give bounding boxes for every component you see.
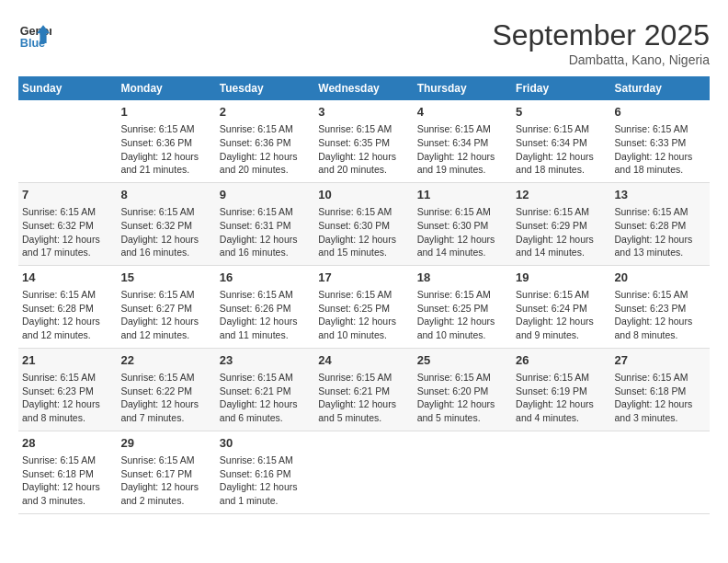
calendar-cell — [314, 431, 413, 513]
day-info: Sunrise: 6:15 AM Sunset: 6:34 PM Dayligh… — [417, 122, 508, 177]
day-number: 28 — [22, 435, 113, 452]
calendar-cell: 27Sunrise: 6:15 AM Sunset: 6:18 PM Dayli… — [611, 348, 710, 431]
calendar-cell: 7Sunrise: 6:15 AM Sunset: 6:32 PM Daylig… — [18, 182, 117, 265]
calendar-cell: 21Sunrise: 6:15 AM Sunset: 6:23 PM Dayli… — [18, 348, 117, 431]
day-info: Sunrise: 6:15 AM Sunset: 6:21 PM Dayligh… — [220, 371, 311, 425]
calendar-cell: 1Sunrise: 6:15 AM Sunset: 6:36 PM Daylig… — [117, 100, 215, 182]
day-of-week-header: Saturday — [611, 76, 710, 100]
day-number: 15 — [120, 270, 211, 286]
calendar-cell: 8Sunrise: 6:15 AM Sunset: 6:32 PM Daylig… — [117, 182, 215, 265]
day-info: Sunrise: 6:15 AM Sunset: 6:16 PM Dayligh… — [220, 454, 311, 508]
day-number: 5 — [516, 104, 607, 121]
calendar-cell: 14Sunrise: 6:15 AM Sunset: 6:28 PM Dayli… — [18, 265, 117, 348]
day-info: Sunrise: 6:15 AM Sunset: 6:23 PM Dayligh… — [615, 288, 706, 342]
calendar-table: SundayMondayTuesdayWednesdayThursdayFrid… — [18, 76, 710, 514]
day-info: Sunrise: 6:15 AM Sunset: 6:30 PM Dayligh… — [417, 205, 508, 259]
day-of-week-header: Tuesday — [216, 76, 314, 100]
day-info: Sunrise: 6:15 AM Sunset: 6:30 PM Dayligh… — [318, 205, 409, 259]
calendar-cell: 19Sunrise: 6:15 AM Sunset: 6:24 PM Dayli… — [512, 265, 610, 348]
day-info: Sunrise: 6:15 AM Sunset: 6:36 PM Dayligh… — [220, 122, 311, 177]
calendar-cell: 9Sunrise: 6:15 AM Sunset: 6:31 PM Daylig… — [216, 182, 314, 265]
day-number: 27 — [615, 352, 706, 369]
day-number: 30 — [220, 435, 311, 452]
day-number: 10 — [318, 187, 409, 203]
day-info: Sunrise: 6:15 AM Sunset: 6:23 PM Dayligh… — [22, 371, 113, 425]
day-number: 26 — [516, 352, 607, 369]
calendar-cell: 11Sunrise: 6:15 AM Sunset: 6:30 PM Dayli… — [414, 182, 512, 265]
calendar-cell: 25Sunrise: 6:15 AM Sunset: 6:20 PM Dayli… — [414, 348, 512, 431]
month-title: September 2025 — [492, 18, 710, 52]
calendar-cell: 26Sunrise: 6:15 AM Sunset: 6:19 PM Dayli… — [512, 348, 610, 431]
calendar-cell: 18Sunrise: 6:15 AM Sunset: 6:25 PM Dayli… — [414, 265, 512, 348]
day-of-week-header: Friday — [512, 76, 610, 100]
calendar-cell: 13Sunrise: 6:15 AM Sunset: 6:28 PM Dayli… — [611, 182, 710, 265]
day-info: Sunrise: 6:15 AM Sunset: 6:35 PM Dayligh… — [318, 122, 409, 177]
day-number: 25 — [417, 352, 508, 369]
day-of-week-header: Thursday — [414, 76, 512, 100]
day-info: Sunrise: 6:15 AM Sunset: 6:28 PM Dayligh… — [22, 288, 113, 342]
day-number: 8 — [120, 187, 211, 203]
day-info: Sunrise: 6:15 AM Sunset: 6:32 PM Dayligh… — [120, 205, 211, 259]
day-number: 23 — [220, 352, 311, 369]
calendar-cell: 30Sunrise: 6:15 AM Sunset: 6:16 PM Dayli… — [216, 431, 314, 513]
calendar-cell — [512, 431, 610, 513]
day-number: 11 — [417, 187, 508, 203]
day-number: 4 — [417, 104, 508, 121]
calendar-cell: 6Sunrise: 6:15 AM Sunset: 6:33 PM Daylig… — [611, 100, 710, 182]
day-info: Sunrise: 6:15 AM Sunset: 6:32 PM Dayligh… — [22, 205, 113, 259]
calendar-cell: 4Sunrise: 6:15 AM Sunset: 6:34 PM Daylig… — [414, 100, 512, 182]
calendar-cell: 23Sunrise: 6:15 AM Sunset: 6:21 PM Dayli… — [216, 348, 314, 431]
calendar-cell: 5Sunrise: 6:15 AM Sunset: 6:34 PM Daylig… — [512, 100, 610, 182]
day-info: Sunrise: 6:15 AM Sunset: 6:33 PM Dayligh… — [615, 122, 706, 177]
day-info: Sunrise: 6:15 AM Sunset: 6:25 PM Dayligh… — [417, 288, 508, 342]
day-of-week-header: Sunday — [18, 76, 117, 100]
day-number: 18 — [417, 270, 508, 286]
calendar-cell: 12Sunrise: 6:15 AM Sunset: 6:29 PM Dayli… — [512, 182, 610, 265]
day-info: Sunrise: 6:15 AM Sunset: 6:18 PM Dayligh… — [615, 371, 706, 425]
day-number: 12 — [516, 187, 607, 203]
day-info: Sunrise: 6:15 AM Sunset: 6:24 PM Dayligh… — [516, 288, 607, 342]
calendar-cell: 17Sunrise: 6:15 AM Sunset: 6:25 PM Dayli… — [314, 265, 413, 348]
calendar-cell: 15Sunrise: 6:15 AM Sunset: 6:27 PM Dayli… — [117, 265, 215, 348]
day-number: 9 — [220, 187, 311, 203]
calendar-cell — [611, 431, 710, 513]
logo-icon: General Blue — [18, 18, 51, 52]
day-info: Sunrise: 6:15 AM Sunset: 6:25 PM Dayligh… — [318, 288, 409, 342]
day-number: 6 — [615, 104, 706, 121]
calendar-cell: 2Sunrise: 6:15 AM Sunset: 6:36 PM Daylig… — [216, 100, 314, 182]
day-info: Sunrise: 6:15 AM Sunset: 6:31 PM Dayligh… — [220, 205, 311, 259]
calendar-cell: 20Sunrise: 6:15 AM Sunset: 6:23 PM Dayli… — [611, 265, 710, 348]
calendar-cell: 10Sunrise: 6:15 AM Sunset: 6:30 PM Dayli… — [314, 182, 413, 265]
day-of-week-header: Monday — [117, 76, 215, 100]
day-number: 22 — [120, 352, 211, 369]
calendar-cell: 28Sunrise: 6:15 AM Sunset: 6:18 PM Dayli… — [18, 431, 117, 513]
day-info: Sunrise: 6:15 AM Sunset: 6:34 PM Dayligh… — [516, 122, 607, 177]
day-number: 13 — [615, 187, 706, 203]
calendar-cell — [18, 100, 117, 182]
day-number: 16 — [220, 270, 311, 286]
logo: General Blue — [18, 18, 51, 52]
calendar-cell: 16Sunrise: 6:15 AM Sunset: 6:26 PM Dayli… — [216, 265, 314, 348]
day-info: Sunrise: 6:15 AM Sunset: 6:36 PM Dayligh… — [120, 122, 211, 177]
page-header: General Blue September 2025 Dambatta, Ka… — [18, 18, 710, 67]
day-info: Sunrise: 6:15 AM Sunset: 6:17 PM Dayligh… — [120, 454, 211, 508]
calendar-cell: 22Sunrise: 6:15 AM Sunset: 6:22 PM Dayli… — [117, 348, 215, 431]
day-number: 24 — [318, 352, 409, 369]
day-of-week-header: Wednesday — [314, 76, 413, 100]
day-info: Sunrise: 6:15 AM Sunset: 6:26 PM Dayligh… — [220, 288, 311, 342]
day-number: 7 — [22, 187, 113, 203]
day-info: Sunrise: 6:15 AM Sunset: 6:22 PM Dayligh… — [120, 371, 211, 425]
day-number: 19 — [516, 270, 607, 286]
day-info: Sunrise: 6:15 AM Sunset: 6:19 PM Dayligh… — [516, 371, 607, 425]
day-number: 3 — [318, 104, 409, 121]
day-number: 21 — [22, 352, 113, 369]
day-info: Sunrise: 6:15 AM Sunset: 6:29 PM Dayligh… — [516, 205, 607, 259]
day-number: 1 — [120, 104, 211, 121]
calendar-cell: 24Sunrise: 6:15 AM Sunset: 6:21 PM Dayli… — [314, 348, 413, 431]
day-info: Sunrise: 6:15 AM Sunset: 6:20 PM Dayligh… — [417, 371, 508, 425]
day-number: 14 — [22, 270, 113, 286]
day-number: 17 — [318, 270, 409, 286]
day-info: Sunrise: 6:15 AM Sunset: 6:28 PM Dayligh… — [615, 205, 706, 259]
day-info: Sunrise: 6:15 AM Sunset: 6:18 PM Dayligh… — [22, 454, 113, 508]
day-number: 2 — [220, 104, 311, 121]
